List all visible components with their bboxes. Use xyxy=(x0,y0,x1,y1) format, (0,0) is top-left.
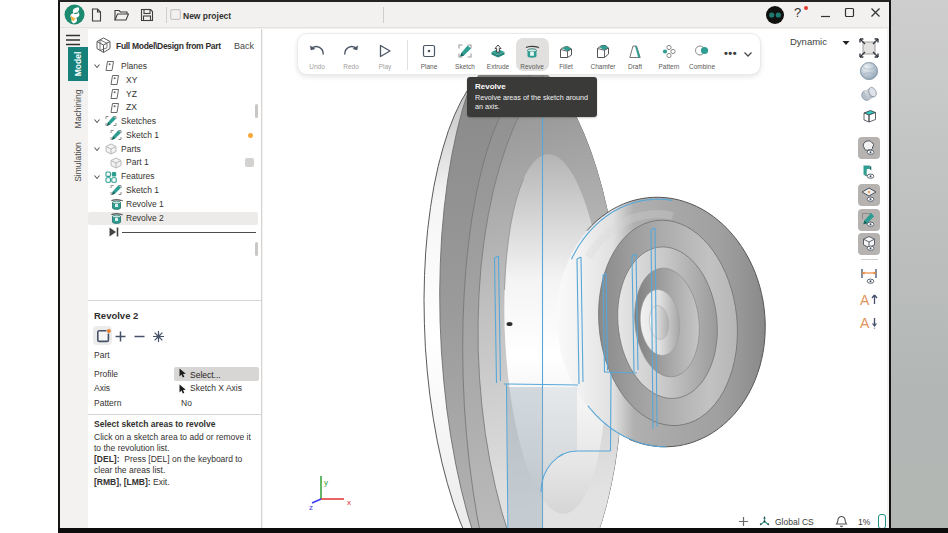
svg-text:x: x xyxy=(347,498,351,507)
svg-text:z: z xyxy=(309,503,313,512)
svg-text:y: y xyxy=(324,478,328,487)
svg-text:A: A xyxy=(860,292,870,308)
svg-text:A: A xyxy=(860,315,870,331)
